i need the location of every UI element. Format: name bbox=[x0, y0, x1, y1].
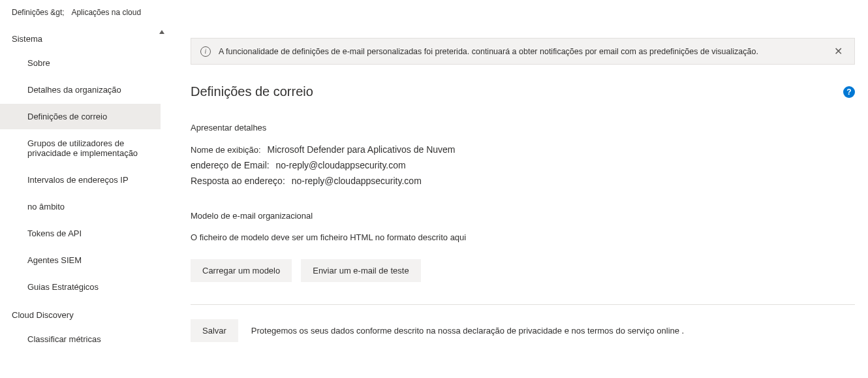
sidebar-item-label: Grupos de utilizadores de privacidade e … bbox=[27, 138, 138, 158]
sidebar-section-sistema: Sistema bbox=[0, 25, 164, 49]
info-banner: i A funcionalidade de definições de e-ma… bbox=[191, 38, 855, 65]
sidebar-item-label: Guias Estratégicos bbox=[27, 282, 99, 292]
sidebar-item-agentes-siem[interactable]: Agentes SIEM bbox=[0, 247, 161, 273]
sidebar-item-label: no âmbito bbox=[27, 202, 65, 212]
reply-value: no-reply@cloudappsecurity.com bbox=[292, 176, 422, 186]
sidebar-item-classificar-metricas[interactable]: Classificar métricas bbox=[0, 326, 161, 352]
reply-label: Resposta ao endereço: bbox=[191, 176, 285, 186]
banner-text: A funcionalidade de definições de e-mail… bbox=[219, 47, 831, 56]
email-value: no-reply@cloudappsecurity.com bbox=[276, 160, 406, 170]
sidebar-item-sobre[interactable]: Sobre bbox=[0, 50, 161, 76]
sidebar-item-label: Definições de correio bbox=[27, 112, 107, 121]
breadcrumb: Definições &gt; Aplicações na cloud bbox=[0, 0, 868, 25]
email-label: endereço de Email: bbox=[191, 160, 270, 170]
template-section-label: Modelo de e-mail organizacional bbox=[191, 211, 855, 221]
send-test-email-button[interactable]: Enviar um e-mail de teste bbox=[301, 259, 420, 282]
sidebar-item-label: Agentes SIEM bbox=[27, 255, 82, 265]
sidebar-item-detalhes-organizacao[interactable]: Detalhes da organização bbox=[0, 77, 161, 102]
close-icon[interactable]: ✕ bbox=[831, 45, 845, 57]
display-name-label: Nome de exibição: bbox=[191, 145, 261, 155]
sidebar-item-label: Tokens de API bbox=[27, 228, 82, 238]
page-title: Definições de correio bbox=[191, 84, 313, 99]
sidebar-item-grupos-privacidade[interactable]: Grupos de utilizadores de privacidade e … bbox=[0, 131, 161, 166]
upload-template-button[interactable]: Carregar um modelo bbox=[191, 259, 292, 282]
breadcrumb-part-1[interactable]: Definições &gt; bbox=[12, 8, 65, 17]
sidebar: Sistema Sobre Detalhes da organização De… bbox=[0, 25, 164, 377]
template-hint: O ficheiro de modelo deve ser um ficheir… bbox=[191, 232, 855, 242]
info-icon: i bbox=[200, 46, 211, 57]
sidebar-section-cloud-discovery: Cloud Discovery bbox=[0, 301, 164, 325]
sidebar-item-label: Classificar métricas bbox=[27, 334, 101, 344]
main-content: i A funcionalidade de definições de e-ma… bbox=[164, 25, 868, 377]
help-icon[interactable]: ? bbox=[843, 86, 855, 98]
sidebar-item-label: Sobre bbox=[27, 58, 50, 68]
sidebar-item-label: Detalhes da organização bbox=[27, 85, 121, 95]
sidebar-item-label: Intervalos de endereços IP bbox=[27, 175, 129, 185]
sidebar-item-guias-estrategicos[interactable]: Guias Estratégicos bbox=[0, 274, 161, 300]
sidebar-item-intervalos-ip[interactable]: Intervalos de endereços IP bbox=[0, 167, 161, 193]
privacy-text: Protegemos os seus dados conforme descri… bbox=[251, 326, 684, 336]
sidebar-item-definicoes-correio[interactable]: Definições de correio bbox=[0, 104, 161, 129]
save-button[interactable]: Salvar bbox=[191, 319, 238, 342]
sidebar-item-tokens-api[interactable]: Tokens de API bbox=[0, 221, 161, 246]
breadcrumb-part-2[interactable]: Aplicações na cloud bbox=[71, 8, 141, 17]
scroll-up-icon[interactable] bbox=[159, 30, 164, 34]
display-name-value: Microsoft Defender para Aplicativos de N… bbox=[268, 144, 456, 155]
details-section-label: Apresentar detalhes bbox=[191, 123, 855, 133]
sidebar-item-no-ambito[interactable]: no âmbito bbox=[0, 194, 161, 219]
divider bbox=[191, 304, 855, 305]
